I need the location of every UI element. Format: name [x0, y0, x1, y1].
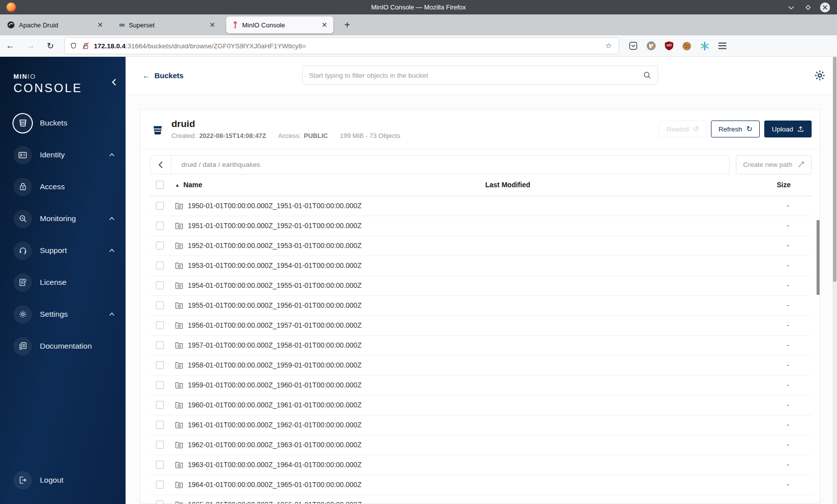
folder-icon [175, 261, 183, 270]
folder-icon [175, 301, 183, 310]
table-row[interactable]: 1950-01-01T00:00:00.000Z_1951-01-01T00:0… [150, 196, 812, 216]
table-row[interactable]: 1960-01-01T00:00:00.000Z_1961-01-01T00:0… [150, 395, 812, 415]
search-input[interactable] [309, 72, 643, 79]
ublock-extension-icon[interactable]: uO [665, 41, 674, 50]
object-name: 1957-01-01T00:00:00.000Z_1958-01-01T00:0… [188, 341, 362, 349]
rewind-button[interactable]: Rewind ↺ [659, 121, 707, 137]
new-tab-button[interactable]: + [340, 19, 354, 31]
table-row[interactable]: 1956-01-01T00:00:00.000Z_1957-01-01T00:0… [150, 316, 812, 336]
search-icon [643, 71, 652, 80]
forward-button[interactable]: → [20, 41, 41, 51]
row-checkbox[interactable] [156, 321, 164, 329]
sidebar-item-license[interactable]: License [0, 266, 126, 298]
hamburger-menu-icon[interactable] [718, 42, 727, 49]
table-row[interactable]: 1957-01-01T00:00:00.000Z_1958-01-01T00:0… [150, 336, 812, 356]
filter-objects-searchbox[interactable] [302, 66, 658, 85]
table-row[interactable]: 1955-01-01T00:00:00.000Z_1956-01-01T00:0… [150, 296, 812, 316]
sidebar-item-identity[interactable]: Identity [0, 139, 126, 171]
row-checkbox[interactable] [156, 301, 164, 309]
row-checkbox[interactable] [156, 242, 164, 250]
privacy-badger-extension-icon[interactable] [646, 41, 656, 51]
sidebar-item-documentation[interactable]: Documentation [0, 330, 126, 362]
row-checkbox[interactable] [156, 401, 164, 409]
column-header-name[interactable]: ▲ Name [175, 181, 463, 189]
row-checkbox[interactable] [156, 202, 164, 210]
bucket-card: druid Created: 2022-08-15T14:08:47Z Acce… [140, 109, 820, 504]
tab-label: Superset [129, 21, 204, 29]
tab-close-icon[interactable]: ✕ [96, 21, 104, 29]
path-back-chevron-icon[interactable] [150, 156, 171, 174]
table-scrollbar[interactable] [817, 220, 820, 504]
row-checkbox[interactable] [156, 261, 164, 269]
tab-apache-druid[interactable]: Apache Druid ✕ [2, 16, 109, 33]
table-row[interactable]: 1958-01-01T00:00:00.000Z_1959-01-01T00:0… [150, 356, 812, 376]
table-row[interactable]: 1951-01-01T00:00:00.000Z_1952-01-01T00:0… [150, 216, 812, 236]
tab-superset[interactable]: ∞ Superset ✕ [114, 16, 221, 33]
bucket-stats: 199 MiB - 73 Objects [340, 132, 400, 139]
table-row[interactable]: 1965-01-01T00:00:00.000Z_1966-01-01T00:0… [150, 495, 812, 504]
sidebar-collapse-icon[interactable] [112, 79, 117, 86]
row-checkbox[interactable] [156, 421, 164, 429]
table-row[interactable]: 1959-01-01T00:00:00.000Z_1960-01-01T00:0… [150, 376, 812, 395]
pocket-extension-icon[interactable] [629, 41, 638, 50]
row-checkbox[interactable] [156, 361, 164, 369]
url-text: 172.18.0.4:31664/buckets/druid/browse/ZG… [94, 42, 603, 50]
refresh-button[interactable]: Refresh ↻ [711, 121, 760, 137]
tab-label: Apache Druid [19, 21, 92, 29]
row-checkbox[interactable] [156, 501, 164, 504]
table-row[interactable]: 1964-01-01T00:00:00.000Z_1965-01-01T00:0… [150, 475, 812, 495]
bookmark-star-icon[interactable]: ☆ [603, 41, 614, 50]
table-scrollbar-thumb[interactable] [817, 220, 820, 295]
cookie-extension-icon[interactable] [682, 41, 692, 51]
reload-button[interactable]: ↻ [41, 41, 60, 51]
license-icon [13, 273, 32, 292]
sidebar-item-monitoring[interactable]: Monitoring [0, 203, 126, 235]
browser-toolbar: ← → ↻ 172.18.0.4:31664/buckets/druid/bro… [0, 35, 837, 57]
sidebar-item-support[interactable]: Support [0, 235, 126, 266]
table-row[interactable]: 1953-01-01T00:00:00.000Z_1954-01-01T00:0… [150, 256, 812, 276]
object-name: 1954-01-01T00:00:00.000Z_1955-01-01T00:0… [188, 281, 362, 289]
table-row[interactable]: 1962-01-01T00:00:00.000Z_1963-01-01T00:0… [150, 435, 812, 455]
page-scrollbar[interactable] [833, 57, 837, 504]
back-button[interactable]: ← [0, 41, 20, 51]
select-all-checkbox[interactable] [156, 181, 164, 189]
folder-icon [175, 242, 183, 250]
table-row[interactable]: 1961-01-01T00:00:00.000Z_1962-01-01T00:0… [150, 415, 812, 435]
sidebar-item-access[interactable]: Access [0, 171, 126, 203]
row-checkbox[interactable] [156, 281, 164, 289]
tab-close-icon[interactable]: ✕ [208, 21, 216, 29]
tab-minio-console[interactable]: MinIO Console ✕ [226, 16, 333, 33]
row-checkbox[interactable] [156, 441, 164, 449]
row-checkbox[interactable] [156, 481, 164, 489]
table-row[interactable]: 1952-01-01T00:00:00.000Z_1953-01-01T00:0… [150, 236, 812, 256]
url-bar[interactable]: 172.18.0.4:31664/buckets/druid/browse/ZG… [65, 38, 619, 54]
column-header-size: Size [742, 181, 812, 189]
row-checkbox[interactable] [156, 341, 164, 349]
object-name: 1964-01-01T00:00:00.000Z_1965-01-01T00:0… [188, 481, 362, 489]
id-card-icon [13, 146, 32, 164]
tab-close-icon[interactable]: ✕ [320, 21, 328, 29]
back-to-buckets-link[interactable]: ← Buckets [142, 71, 183, 80]
sidebar-item-logout[interactable]: Logout [0, 464, 126, 496]
row-checkbox[interactable] [156, 461, 164, 469]
sidebar-item-buckets[interactable]: Buckets [0, 107, 126, 139]
window-minimize-icon[interactable] [786, 2, 796, 12]
folder-icon [175, 381, 183, 389]
table-row[interactable]: 1963-01-01T00:00:00.000Z_1964-01-01T00:0… [150, 455, 812, 475]
table-row[interactable]: 1954-01-01T00:00:00.000Z_1955-01-01T00:0… [150, 276, 812, 296]
window-close-icon[interactable] [820, 2, 830, 12]
window-maximize-icon[interactable] [803, 2, 813, 12]
page-scrollbar-thumb[interactable] [833, 57, 837, 282]
create-new-path-button[interactable]: Create new path [736, 155, 812, 174]
window-title: MinIO Console — Mozilla Firefox [0, 3, 837, 11]
upload-button[interactable]: Upload [764, 121, 812, 137]
breadcrumb[interactable]: druid / data / earthquakes [181, 161, 260, 168]
object-name: 1956-01-01T00:00:00.000Z_1957-01-01T00:0… [188, 321, 362, 329]
superset-favicon: ∞ [119, 22, 125, 27]
multicolor-asterisk-extension-icon[interactable] [700, 41, 709, 51]
console-settings-gear-icon[interactable] [814, 69, 826, 82]
sidebar-item-settings[interactable]: Settings [0, 298, 126, 330]
object-list: 1950-01-01T00:00:00.000Z_1951-01-01T00:0… [150, 196, 812, 504]
row-checkbox[interactable] [156, 381, 164, 389]
row-checkbox[interactable] [156, 222, 164, 230]
